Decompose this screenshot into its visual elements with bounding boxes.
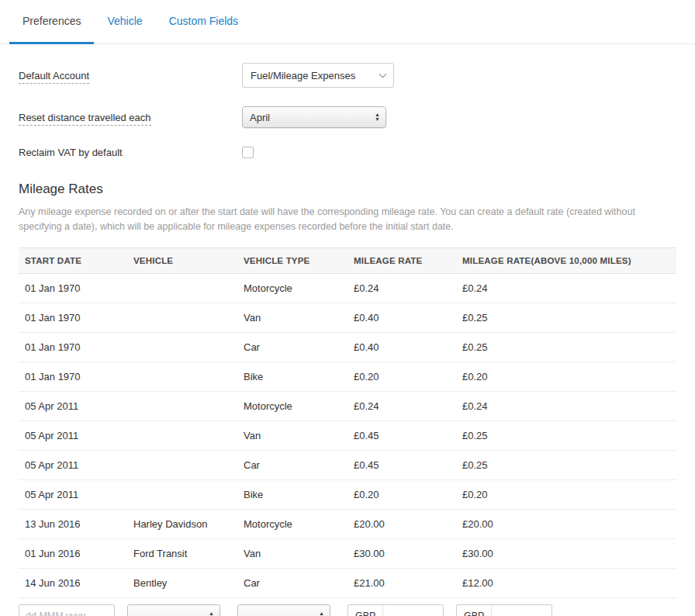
reset-distance-label: Reset distance travelled each [19, 112, 242, 123]
tab-custom-fields[interactable]: Custom Fields [156, 0, 251, 44]
mileage-table-body: 01 Jan 1970 Motorcycle £0.24 £0.24 01 Ja… [19, 273, 676, 597]
table-row[interactable]: 01 Jan 1970 Motorcycle £0.24 £0.24 [19, 273, 676, 303]
cell-start-date: 05 Apr 2011 [19, 391, 127, 420]
cell-mileage-rate: £0.45 [348, 450, 456, 479]
default-account-row: Default Account Fuel/Mileage Expenses [19, 63, 676, 88]
default-account-value: Fuel/Mileage Expenses [251, 70, 355, 81]
preferences-form: Default Account Fuel/Mileage Expenses Re… [0, 44, 695, 177]
cell-vehicle [127, 479, 237, 509]
cell-vehicle-type: Car [237, 332, 348, 362]
table-row[interactable]: 14 Jun 2016 Bentley Car £21.00 £12.00 [19, 568, 676, 597]
cell-start-date: 01 Jun 2016 [19, 538, 127, 568]
cell-mileage-rate-above: £30.00 [456, 538, 676, 568]
chevron-down-icon [379, 70, 387, 78]
cell-start-date: 01 Jan 1970 [19, 362, 127, 391]
cell-mileage-rate: £21.00 [348, 568, 456, 597]
stepper-arrows-icon: ▲▼ [209, 611, 214, 616]
cell-mileage-rate: £0.40 [348, 332, 456, 362]
cell-vehicle: Bentley [127, 568, 237, 597]
cell-start-date: 05 Apr 2011 [19, 479, 127, 509]
col-header-mileage-rate: MILEAGE RATE [348, 247, 456, 273]
mileage-rate-input[interactable] [382, 605, 443, 616]
table-row[interactable]: 01 Jan 1970 Bike £0.20 £0.20 [19, 362, 676, 391]
table-row[interactable]: 01 Jan 1970 Car £0.40 £0.25 [19, 332, 676, 362]
cell-vehicle [127, 362, 237, 391]
cell-start-date: 05 Apr 2011 [19, 420, 127, 450]
table-row[interactable]: 01 Jan 1970 Van £0.40 £0.25 [19, 303, 676, 332]
cell-vehicle-type: Motorcycle [237, 509, 348, 538]
cell-mileage-rate-above: £0.20 [456, 362, 676, 391]
cell-mileage-rate-above: £0.25 [456, 420, 676, 450]
cell-mileage-rate-above: £12.00 [456, 568, 676, 597]
col-header-mileage-rate-above: MILEAGE RATE(ABOVE 10,000 MILES) [456, 247, 676, 273]
vehicle-type-select[interactable]: ▲▼ [237, 604, 330, 616]
cell-mileage-rate-above: £0.25 [456, 303, 676, 332]
cell-mileage-rate-above: £0.24 [456, 391, 676, 420]
default-account-select[interactable]: Fuel/Mileage Expenses [242, 63, 394, 88]
cell-mileage-rate: £0.45 [348, 420, 456, 450]
new-rate-row: ▲▼ ▲▼ GBP GBP [19, 604, 676, 616]
cell-vehicle [127, 391, 237, 420]
cell-mileage-rate-above: £0.25 [456, 450, 676, 479]
cell-start-date: 01 Jan 1970 [19, 273, 127, 303]
reclaim-vat-label: Reclaim VAT by default [19, 147, 242, 158]
cell-vehicle: Harley Davidson [127, 509, 237, 538]
default-account-label: Default Account [19, 70, 242, 81]
cell-mileage-rate-above: £0.20 [456, 479, 676, 509]
cell-mileage-rate: £0.24 [348, 391, 456, 420]
tab-preferences[interactable]: Preferences [9, 0, 94, 44]
cell-vehicle-type: Van [237, 538, 348, 568]
reclaim-vat-row: Reclaim VAT by default [19, 147, 676, 158]
start-date-input[interactable] [19, 604, 115, 616]
table-row[interactable]: 13 Jun 2016 Harley Davidson Motorcycle £… [19, 509, 676, 538]
cell-mileage-rate: £0.20 [348, 362, 456, 391]
currency-label: GBP [348, 611, 382, 616]
cell-vehicle-type: Car [237, 450, 348, 479]
table-row[interactable]: 05 Apr 2011 Van £0.45 £0.25 [19, 420, 676, 450]
cell-vehicle [127, 420, 237, 450]
cell-vehicle [127, 332, 237, 362]
cell-vehicle-type: Van [237, 420, 348, 450]
tab-bar: Preferences Vehicle Custom Fields [0, 0, 695, 44]
table-row[interactable]: 05 Apr 2011 Bike £0.20 £0.20 [19, 479, 676, 509]
cell-vehicle-type: Bike [237, 479, 348, 509]
cell-vehicle [127, 303, 237, 332]
reset-distance-value: April [250, 112, 270, 123]
cell-start-date: 05 Apr 2011 [19, 450, 127, 479]
cell-start-date: 14 Jun 2016 [19, 568, 127, 597]
table-row[interactable]: 05 Apr 2011 Car £0.45 £0.25 [19, 450, 676, 479]
mileage-rate-input-group: GBP [348, 604, 444, 616]
cell-vehicle-type: Bike [237, 362, 348, 391]
cell-mileage-rate: £0.20 [348, 479, 456, 509]
cell-start-date: 01 Jan 1970 [19, 303, 127, 332]
reset-distance-row: Reset distance travelled each April ▲▼ [19, 106, 676, 128]
vehicle-select[interactable]: ▲▼ [127, 604, 220, 616]
cell-vehicle-type: Car [237, 568, 348, 597]
reset-distance-select[interactable]: April ▲▼ [242, 106, 386, 128]
mileage-rates-description: Any mileage expense recorded on or after… [19, 205, 676, 235]
cell-vehicle-type: Van [237, 303, 348, 332]
cell-mileage-rate: £0.24 [348, 273, 456, 303]
cell-vehicle-type: Motorcycle [237, 391, 348, 420]
stepper-arrows-icon: ▲▼ [319, 611, 324, 616]
cell-mileage-rate-above: £0.25 [456, 332, 676, 362]
mileage-rates-table: START DATE VEHICLE VEHICLE TYPE MILEAGE … [19, 247, 676, 598]
cell-mileage-rate: £20.00 [348, 509, 456, 538]
cell-mileage-rate-above: £0.24 [456, 273, 676, 303]
cell-mileage-rate: £0.40 [348, 303, 456, 332]
cell-vehicle [127, 273, 237, 303]
reclaim-vat-checkbox[interactable] [242, 147, 254, 158]
tab-vehicle[interactable]: Vehicle [94, 0, 155, 44]
table-row[interactable]: 01 Jun 2016 Ford Transit Van £30.00 £30.… [19, 538, 676, 568]
cell-mileage-rate: £30.00 [348, 538, 456, 568]
col-header-vehicle-type: VEHICLE TYPE [237, 247, 348, 273]
col-header-start-date: START DATE [19, 247, 127, 273]
cell-vehicle: Ford Transit [127, 538, 237, 568]
table-row[interactable]: 05 Apr 2011 Motorcycle £0.24 £0.24 [19, 391, 676, 420]
mileage-rate-above-input[interactable] [491, 605, 552, 616]
cell-start-date: 13 Jun 2016 [19, 509, 127, 538]
mileage-rates-title: Mileage Rates [19, 182, 676, 197]
cell-vehicle [127, 450, 237, 479]
mileage-rate-above-input-group: GBP [456, 604, 552, 616]
cell-start-date: 01 Jan 1970 [19, 332, 127, 362]
